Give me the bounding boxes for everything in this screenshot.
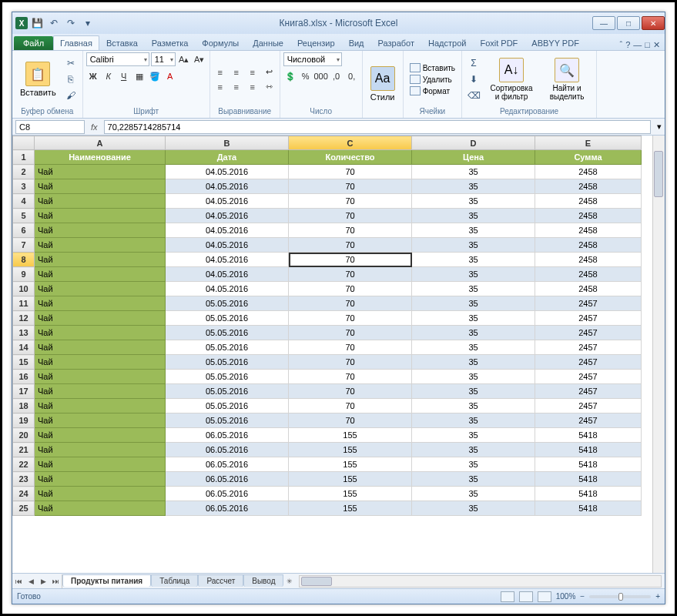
cell[interactable]: Чай (35, 501, 166, 516)
ribbon-tab-3[interactable]: Формулы (195, 35, 246, 50)
cell[interactable]: 35 (412, 238, 535, 253)
fill-color-button[interactable]: 🪣 (148, 69, 162, 83)
decrease-font-button[interactable]: A▾ (193, 52, 206, 66)
cell[interactable]: Чай (35, 282, 166, 296)
alignment-group-label[interactable]: Выравнивание (213, 106, 276, 116)
cell[interactable]: Чай (35, 267, 166, 282)
cell[interactable]: 04.05.2016 (166, 253, 289, 267)
cell[interactable]: 70 (289, 311, 412, 326)
delete-cells-button[interactable]: Удалить (407, 74, 458, 85)
maximize-button[interactable]: □ (617, 16, 640, 30)
cell[interactable]: 2457 (535, 296, 642, 311)
cells-group-label[interactable]: Ячейки (407, 106, 458, 116)
zoom-slider[interactable] (589, 595, 651, 598)
cell[interactable]: 155 (289, 501, 412, 516)
clear-button[interactable]: ⌫ (465, 88, 482, 103)
cell[interactable]: 04.05.2016 (166, 223, 289, 238)
row-header-2[interactable]: 2 (13, 165, 35, 179)
row-header-6[interactable]: 6 (13, 223, 35, 238)
hscroll-thumb[interactable] (301, 577, 332, 586)
sheet-nav-last[interactable]: ⏭ (49, 574, 62, 588)
cell[interactable]: 05.05.2016 (166, 340, 289, 355)
ribbon-tab-1[interactable]: Вставка (99, 35, 145, 50)
minimize-button[interactable]: — (592, 16, 615, 30)
cell[interactable]: 06.05.2016 (166, 443, 289, 457)
row-header-9[interactable]: 9 (13, 267, 35, 282)
cell[interactable]: 5418 (535, 501, 642, 516)
align-bottom-button[interactable]: ≡ (246, 65, 260, 79)
cell[interactable]: Чай (35, 384, 166, 399)
editing-group-label[interactable]: Редактирование (465, 106, 593, 116)
align-left-button[interactable]: ≡ (213, 80, 227, 94)
cell[interactable]: 35 (412, 296, 535, 311)
cell[interactable]: 05.05.2016 (166, 311, 289, 326)
cell[interactable]: 35 (412, 253, 535, 267)
sheet-nav-next[interactable]: ▶ (37, 574, 49, 588)
vscroll-thumb[interactable] (654, 151, 663, 197)
column-header-D[interactable]: D (412, 136, 535, 150)
cell[interactable]: Чай (35, 370, 166, 384)
cell[interactable]: Чай (35, 457, 166, 472)
underline-button[interactable]: Ч (117, 69, 131, 83)
sheet-nav-prev[interactable]: ◀ (25, 574, 37, 588)
row-header-20[interactable]: 20 (13, 428, 35, 443)
cell[interactable]: 04.05.2016 (166, 194, 289, 209)
sheet-tab-3[interactable]: Вывод (243, 574, 283, 587)
row-header-25[interactable]: 25 (13, 501, 35, 516)
row-header-22[interactable]: 22 (13, 457, 35, 472)
increase-font-button[interactable]: A▴ (177, 52, 191, 66)
format-painter-button[interactable]: 🖌 (62, 88, 79, 103)
cell[interactable]: 06.05.2016 (166, 457, 289, 472)
cell[interactable]: Чай (35, 179, 166, 194)
cell[interactable]: 35 (412, 501, 535, 516)
row-header-14[interactable]: 14 (13, 340, 35, 355)
ribbon-tab-2[interactable]: Разметка (145, 35, 196, 50)
cell[interactable]: 5418 (535, 472, 642, 487)
cell[interactable]: 70 (289, 399, 412, 413)
cell[interactable]: 35 (412, 282, 535, 296)
cell[interactable]: 05.05.2016 (166, 370, 289, 384)
normal-view-button[interactable] (501, 591, 514, 602)
vertical-scrollbar[interactable] (652, 136, 665, 573)
find-select-button[interactable]: 🔍 Найти и выделить (541, 56, 593, 102)
cell[interactable]: 155 (289, 487, 412, 501)
ribbon-tab-5[interactable]: Рецензир (290, 35, 342, 50)
select-all-corner[interactable] (13, 136, 35, 150)
cell[interactable]: 155 (289, 457, 412, 472)
cell[interactable]: 5418 (535, 487, 642, 501)
cell[interactable]: 05.05.2016 (166, 355, 289, 370)
cell[interactable]: 5418 (535, 443, 642, 457)
cell[interactable]: 04.05.2016 (166, 238, 289, 253)
formula-input[interactable]: 70,2285714285714 (104, 120, 651, 134)
column-header-B[interactable]: B (166, 136, 289, 150)
ribbon-tab-4[interactable]: Данные (246, 35, 290, 50)
column-header-A[interactable]: A (35, 136, 166, 150)
align-right-button[interactable]: ≡ (246, 80, 260, 94)
cell[interactable]: 35 (412, 209, 535, 223)
cell[interactable]: 70 (289, 253, 412, 267)
ribbon-tab-0[interactable]: Главная (53, 35, 99, 50)
cell[interactable]: 2458 (535, 179, 642, 194)
header-cell[interactable]: Цена (412, 150, 535, 165)
cell[interactable]: Чай (35, 238, 166, 253)
cell[interactable]: 2458 (535, 165, 642, 179)
font-color-button[interactable]: A (163, 69, 177, 83)
cell[interactable]: Чай (35, 399, 166, 413)
row-header-3[interactable]: 3 (13, 179, 35, 194)
cell[interactable]: 05.05.2016 (166, 413, 289, 428)
row-header-21[interactable]: 21 (13, 443, 35, 457)
cell[interactable]: 35 (412, 311, 535, 326)
column-header-E[interactable]: E (535, 136, 642, 150)
currency-button[interactable]: 💲 (283, 69, 297, 83)
cell[interactable]: 06.05.2016 (166, 428, 289, 443)
fill-button[interactable]: ⬇ (465, 72, 482, 87)
cell[interactable]: 70 (289, 209, 412, 223)
increase-decimal-button[interactable]: ,0 (330, 69, 344, 83)
comma-button[interactable]: 000 (314, 69, 328, 83)
number-group-label[interactable]: Число (283, 106, 359, 116)
file-tab[interactable]: Файл (14, 36, 53, 50)
cell[interactable]: 2458 (535, 267, 642, 282)
autosum-button[interactable]: Σ (465, 55, 482, 71)
cell[interactable]: 70 (289, 267, 412, 282)
row-header-1[interactable]: 1 (13, 150, 35, 165)
